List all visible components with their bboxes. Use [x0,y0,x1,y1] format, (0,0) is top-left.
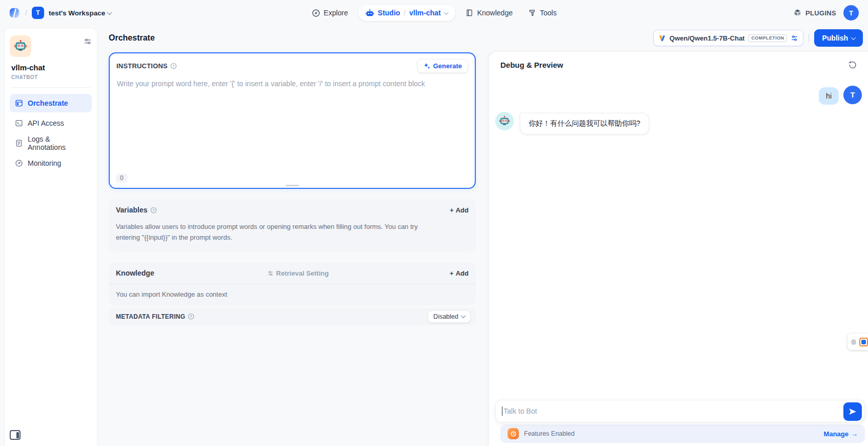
chevron-down-icon [107,10,112,15]
model-settings-icon[interactable] [791,34,798,42]
app-name: vllm-chat [10,63,92,72]
document-icon [15,139,23,147]
page-title: Orchestrate [109,33,155,43]
variables-title: Variables [116,206,148,214]
workspace-area: / T test's Workspace [9,7,111,19]
prompt-editor[interactable]: Write your prompt word here, enter '{' t… [110,75,475,92]
user-message-bubble: hi [819,87,839,105]
sidebar-item-orchestrate[interactable]: Orchestrate [10,94,92,112]
add-label: Add [456,206,469,214]
retrieval-setting-label: Retrieval Setting [276,269,329,277]
app-header-row [10,35,92,57]
generate-button[interactable]: Generate [417,59,468,73]
robot-icon [366,9,374,17]
knowledge-panel: Knowledge Retrieval Setting + Add You ca… [109,263,476,305]
divider [11,87,91,88]
sidebar-item-label: Logs & Annotations [28,135,87,151]
model-selector[interactable]: Qwen/Qwen1.5-7B-Chat COMPLETION [653,30,804,46]
svg-text:?: ? [172,64,175,68]
publish-button[interactable]: Publish [814,29,863,47]
text-caret [502,406,502,416]
send-icon [848,407,857,416]
retrieval-sliders-icon [267,270,274,277]
collapse-sidebar-icon[interactable] [10,430,21,440]
browser-extension-overlay[interactable] [847,334,868,350]
send-button[interactable] [843,402,862,421]
sparkles-icon [423,63,431,70]
app-root: / T test's Workspace Explore Studio / vl… [0,0,868,446]
nav-knowledge-label: Knowledge [477,9,513,17]
info-icon[interactable]: ? [170,63,177,69]
app-type-label: CHATBOT [10,74,92,80]
plugins-button[interactable]: PLUGINS [793,9,836,17]
info-icon[interactable]: ? [188,313,194,320]
knowledge-title: Knowledge [116,269,154,277]
workspace-avatar[interactable]: T [32,7,44,19]
knowledge-description: You can import Knowledge as context [109,284,476,305]
chevron-down-icon [461,313,466,318]
variables-panel: Variables ? + Add Variables allow users … [109,199,476,251]
chevron-down-icon [443,10,449,15]
main-nav: Explore Studio / vllm-chat Knowledge Too… [306,0,561,26]
nav-knowledge[interactable]: Knowledge [460,5,518,21]
features-label: Features Enabled [524,430,575,437]
nav-app-crumb: vllm-chat [409,9,440,17]
add-knowledge-button[interactable]: + Add [450,269,469,277]
header-right: PLUGINS T [793,5,859,21]
manage-label: Manage [824,430,849,438]
terminal-icon [15,119,23,127]
top-header: / T test's Workspace Explore Studio / vl… [0,0,868,26]
manage-features-link[interactable]: Manage → [824,430,858,438]
instructions-panel: INSTRUCTIONS ? Generate Write your promp… [109,52,476,189]
breadcrumb-separator: / [25,9,27,17]
extension-dot-icon [851,339,856,345]
instructions-header: INSTRUCTIONS ? Generate [110,53,475,75]
nav-explore-label: Explore [324,9,348,17]
chat-message-list: hi T 你好！有什么问题我可以帮助你吗? [489,80,868,368]
collapse-bar [16,432,19,438]
chat-input[interactable] [503,407,839,415]
char-count-badge: 0 [116,173,128,183]
sidebar-item-label: API Access [28,119,64,127]
chat-message-user: hi T [495,83,862,108]
features-bar: Features Enabled Manage → [500,424,865,443]
resize-handle[interactable] [286,185,299,186]
gauge-icon [15,159,23,167]
chat-input-container [495,400,865,422]
metadata-filtering-select[interactable]: Disabled [428,311,471,323]
add-variable-button[interactable]: + Add [450,206,469,214]
plugins-box-icon [793,9,802,17]
sidebar-item-monitoring[interactable]: Monitoring [10,154,92,172]
app-settings-icon[interactable] [84,37,92,48]
generate-label: Generate [433,62,462,70]
sidebar-item-logs-annotations[interactable]: Logs & Annotations [10,134,92,152]
sidebar-item-api-access[interactable]: API Access [10,114,92,132]
restart-conversation-icon[interactable] [848,61,857,69]
nav-explore[interactable]: Explore [306,5,353,21]
arrow-right-icon: → [851,430,858,438]
metadata-filtering-row: METADATA FILTERING ? Disabled [109,308,476,325]
retrieval-setting-button[interactable]: Retrieval Setting [267,269,329,277]
workspace-selector[interactable]: test's Workspace [49,9,111,17]
debug-preview-panel: Debug & Preview hi T 你好！有什么问题我可以帮助你吗? [489,51,868,446]
info-icon[interactable]: ? [150,207,157,214]
book-icon [466,9,474,17]
nav-studio-label: Studio [378,9,400,17]
model-mode-badge: COMPLETION [748,34,787,42]
knowledge-header: Knowledge Retrieval Setting + Add [109,263,476,284]
orchestrate-icon [15,99,23,107]
plus-icon: + [450,206,454,214]
user-avatar[interactable]: T [843,5,859,21]
add-label: Add [456,269,469,277]
instructions-title-row: INSTRUCTIONS ? [116,62,177,70]
chat-message-bot: 你好！有什么问题我可以帮助你吗? [495,108,862,139]
nav-studio-active[interactable]: Studio / vllm-chat [358,5,455,21]
model-name: Qwen/Qwen1.5-7B-Chat [670,34,745,42]
workspace-name: test's Workspace [49,9,105,17]
features-icon [508,428,519,439]
nav-tools[interactable]: Tools [523,5,562,21]
svg-text:?: ? [152,208,155,212]
explore-icon [311,9,320,17]
svg-text:?: ? [190,314,192,319]
vllm-logo-icon [658,34,666,42]
